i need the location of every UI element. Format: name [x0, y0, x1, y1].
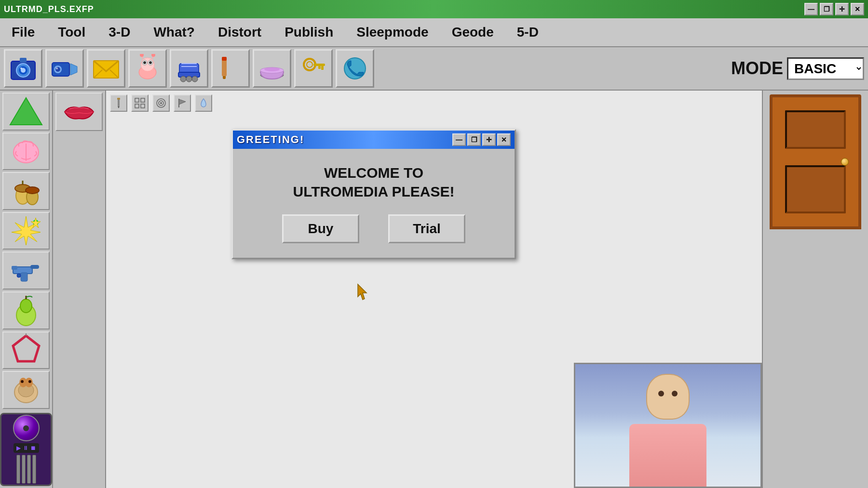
svg-point-28	[192, 76, 198, 82]
player-slider-1[interactable]	[16, 455, 20, 484]
menu-sleepmode[interactable]: Sleepmode	[345, 21, 440, 44]
sub-tool-flag[interactable]	[174, 94, 191, 112]
dialog-restore-button[interactable]: ❐	[467, 133, 481, 146]
menu-tool[interactable]: Tool	[46, 21, 97, 44]
dialog-controls: — ❐ ✛ ✕	[452, 133, 511, 146]
svg-rect-39	[313, 64, 325, 66]
canvas-area[interactable]: GREETING! — ❐ ✛ ✕ WELCOME TO ULTROMEDIA …	[106, 91, 762, 488]
svg-rect-76	[141, 104, 145, 108]
window-controls: — ❐ ✛ ✕	[804, 3, 864, 15]
sidebar-pentagon-icon[interactable]	[2, 331, 50, 369]
toolbar-creature-button[interactable]	[128, 49, 167, 88]
svg-rect-5	[20, 58, 27, 63]
main-area: ▶ ⏸ ⏹	[0, 91, 868, 488]
toolbar-envelope-button[interactable]	[87, 49, 125, 88]
toolbar-roller-skates-button[interactable]	[170, 49, 208, 88]
close-button[interactable]: ✕	[851, 3, 864, 15]
sidebar-nuts-icon[interactable]	[2, 172, 50, 210]
svg-rect-74	[141, 98, 145, 102]
dialog-minimize-button[interactable]: —	[452, 133, 466, 146]
toolbar-keys-button[interactable]	[294, 49, 333, 88]
toolbar-camera-button[interactable]	[4, 49, 42, 88]
dialog-buttons: Buy Trial	[243, 214, 505, 243]
buy-button[interactable]: Buy	[282, 214, 359, 243]
door-panel-top	[785, 110, 846, 149]
sidebar-shell-icon[interactable]	[2, 371, 50, 409]
svg-marker-71	[118, 106, 120, 108]
svg-point-10	[56, 67, 58, 69]
sidebar-arrow-icon[interactable]	[2, 92, 50, 131]
dialog-close-button[interactable]: ✕	[497, 133, 511, 146]
menu-3d[interactable]: 3-D	[97, 21, 142, 44]
svg-rect-32	[222, 59, 227, 76]
toolbar-bowl-button[interactable]	[253, 49, 291, 88]
dialog-title-bar[interactable]: GREETING! — ❐ ✛ ✕	[233, 131, 515, 149]
svg-point-42	[344, 58, 366, 79]
sidebar-pear-icon[interactable]	[2, 291, 50, 330]
toolbar-telephone-button[interactable]	[336, 49, 374, 88]
minimize-button[interactable]: —	[804, 3, 818, 15]
toolbar-match-button[interactable]	[211, 49, 250, 88]
tool-lips-icon[interactable]	[55, 92, 103, 131]
left-sidebar: ▶ ⏸ ⏹	[0, 91, 53, 488]
player-ball	[13, 415, 40, 441]
svg-rect-75	[135, 104, 139, 108]
menu-distort[interactable]: Distort	[206, 21, 273, 44]
toolbar-video-camera-button[interactable]	[45, 49, 84, 88]
sub-tool-grid[interactable]	[131, 94, 149, 112]
player-play-btn[interactable]: ▶	[16, 445, 21, 451]
svg-rect-73	[135, 98, 139, 102]
menu-geode[interactable]: Geode	[440, 21, 505, 44]
menu-publish[interactable]: Publish	[273, 21, 345, 44]
sidebar-sparkle-icon[interactable]	[2, 212, 50, 250]
sub-tool-target[interactable]	[152, 94, 170, 112]
player-stop-btn[interactable]: ⏹	[30, 445, 36, 451]
player-slider-2[interactable]	[22, 455, 26, 484]
svg-rect-40	[321, 66, 324, 70]
door-knob	[841, 158, 849, 166]
person-head	[646, 374, 690, 420]
svg-marker-43	[10, 98, 42, 125]
mode-select[interactable]: BASIC ADVANCED EXPERT	[787, 57, 864, 80]
svg-point-68	[21, 380, 24, 383]
svg-point-50	[26, 187, 39, 194]
dialog-welcome-text: WELCOME TO ULTROMEDIA PLEASE!	[293, 163, 455, 201]
sub-tool-drop[interactable]	[195, 94, 212, 112]
sidebar-gun-icon[interactable]	[2, 251, 50, 290]
svg-rect-56	[21, 273, 27, 281]
sidebar-brain-icon[interactable]	[2, 132, 50, 171]
svg-marker-7	[70, 64, 77, 75]
svg-rect-70	[118, 99, 120, 106]
sub-tool-pencil[interactable]	[110, 94, 127, 112]
menu-bar: File Tool 3-D What? Distort Publish Slee…	[0, 18, 868, 47]
person-body	[629, 424, 706, 487]
player-slider-4[interactable]	[32, 455, 36, 484]
svg-point-79	[160, 102, 162, 104]
svg-point-26	[180, 76, 186, 82]
menu-what[interactable]: What?	[142, 21, 206, 44]
sub-toolbar	[110, 94, 212, 112]
menu-file[interactable]: File	[0, 21, 46, 44]
svg-rect-33	[222, 57, 227, 61]
dialog-body: WELCOME TO ULTROMEDIA PLEASE! Buy Trial	[233, 149, 515, 258]
svg-point-38	[307, 62, 312, 67]
greeting-dialog: GREETING! — ❐ ✛ ✕ WELCOME TO ULTROMEDIA …	[231, 129, 516, 259]
player-slider-3[interactable]	[27, 455, 31, 484]
trial-button[interactable]: Trial	[388, 214, 465, 243]
svg-rect-72	[117, 98, 120, 100]
cursor	[357, 283, 370, 303]
toolbar: MODE BASIC ADVANCED EXPERT	[0, 47, 868, 91]
move-button[interactable]: ✛	[835, 3, 849, 15]
svg-point-19	[149, 61, 152, 64]
svg-point-58	[17, 274, 21, 277]
svg-point-23	[151, 54, 155, 57]
player-pause-btn[interactable]: ⏸	[23, 445, 28, 451]
menu-5d[interactable]: 5-D	[505, 21, 550, 44]
dialog-move-button[interactable]: ✛	[482, 133, 496, 146]
door-image	[770, 94, 861, 229]
door-panel-bottom	[785, 165, 846, 213]
svg-point-18	[143, 61, 146, 64]
restore-button[interactable]: ❐	[820, 3, 833, 15]
webcam-overlay	[574, 363, 762, 488]
svg-point-9	[55, 67, 60, 72]
